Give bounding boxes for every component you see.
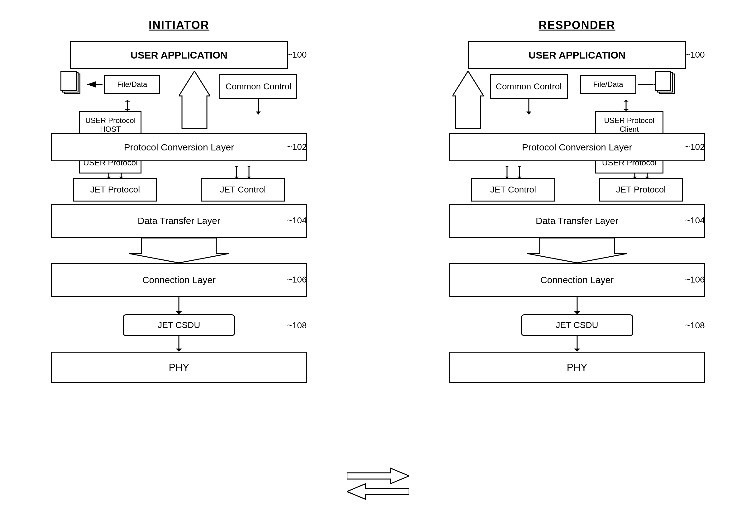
initiator-jet-protocol: JET Protocol — [73, 178, 157, 201]
svg-marker-32 — [452, 71, 484, 129]
big-arrow-dt-cl-initiator — [51, 238, 307, 263]
svg-marker-27 — [176, 311, 182, 314]
svg-marker-37 — [624, 100, 629, 101]
responder-user-app: USER APPLICATION — [468, 41, 686, 69]
arrow-csdu-phy-initiator — [51, 336, 307, 352]
responder-ref-108: ~108 — [685, 321, 705, 331]
initiator-user-app: USER APPLICATION — [70, 41, 288, 69]
arrow-common-down-r — [520, 99, 538, 115]
svg-marker-29 — [176, 349, 182, 352]
svg-marker-12 — [256, 112, 261, 115]
svg-marker-10 — [179, 71, 210, 129]
arrow-down-1 — [121, 100, 140, 111]
initiator-jet-csdu: JET CSDU — [123, 314, 235, 336]
responder-ref-106: ~106 — [685, 275, 705, 285]
responder-file-data: File/Data — [580, 75, 636, 94]
initiator-protocol-conversion: Protocol Conversion Layer — [51, 133, 307, 161]
initiator-phy: PHY — [51, 352, 307, 383]
big-arrow-dt-cl-responder — [449, 238, 705, 263]
phy-bidirectional-arrows — [347, 466, 409, 504]
arrow-cl-csdu-initiator — [51, 297, 307, 314]
arrow-down-r1 — [620, 100, 638, 111]
responder-title: RESPONDER — [539, 19, 615, 32]
initiator-ref-108: ~108 — [287, 321, 307, 331]
arrows-jet-control-r — [501, 166, 526, 178]
arrow-common-down — [249, 99, 268, 115]
svg-marker-59 — [574, 349, 580, 352]
svg-marker-31 — [347, 484, 409, 499]
initiator-ref-106: ~106 — [287, 275, 307, 285]
responder-protocol-conversion: Protocol Conversion Layer — [449, 133, 705, 161]
initiator-ref-100: ~100 — [287, 50, 307, 60]
svg-marker-30 — [347, 468, 409, 484]
responder-connection-layer: Connection Layer — [449, 263, 705, 297]
responder-jet-protocol: JET Protocol — [599, 178, 683, 201]
responder-side: RESPONDER USER APPLICATION ~100 Common C… — [437, 19, 717, 383]
arrow-file-data-right — [636, 78, 655, 91]
svg-marker-55 — [527, 238, 627, 263]
responder-ref-104: ~104 — [685, 216, 705, 226]
arrow-cl-csdu-responder — [449, 297, 705, 314]
svg-marker-34 — [526, 112, 531, 115]
responder-jet-csdu: JET CSDU — [521, 314, 633, 336]
arrows-jet-control — [230, 166, 255, 178]
big-arrow-up-responder — [452, 71, 484, 129]
arrow-csdu-phy-responder — [449, 336, 705, 352]
responder-data-transfer: Data Transfer Layer — [449, 204, 705, 238]
svg-marker-5 — [125, 100, 130, 101]
initiator-connection-layer: Connection Layer — [51, 263, 307, 297]
responder-common-control: Common Control — [490, 74, 568, 99]
initiator-file-data: File/Data — [104, 75, 160, 94]
big-arrow-up-initiator — [179, 71, 210, 129]
responder-ref-102: ~102 — [685, 142, 705, 152]
initiator-common-control: Common Control — [219, 74, 297, 99]
initiator-ref-104: ~104 — [287, 216, 307, 226]
initiator-side: INITIATOR USER APPLICATION ~100 — [39, 19, 319, 383]
initiator-title: INITIATOR — [148, 19, 209, 32]
responder-phy: PHY — [449, 352, 705, 383]
responder-ref-100: ~100 — [685, 50, 705, 60]
initiator-ref-102: ~102 — [287, 142, 307, 152]
initiator-jet-control: JET Control — [201, 178, 285, 201]
svg-marker-57 — [574, 311, 580, 314]
initiator-data-transfer: Data Transfer Layer — [51, 204, 307, 238]
svg-marker-25 — [129, 238, 229, 263]
arrow-file-data-left — [85, 78, 104, 91]
responder-jet-control: JET Control — [471, 178, 555, 201]
